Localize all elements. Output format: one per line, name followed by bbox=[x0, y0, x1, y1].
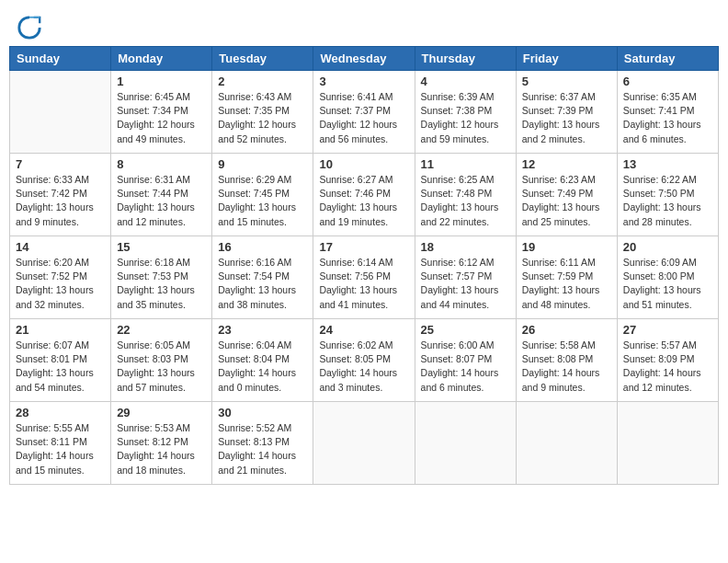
day-number: 29 bbox=[117, 406, 206, 419]
calendar-cell: 23Sunrise: 6:04 AMSunset: 8:04 PMDayligh… bbox=[212, 319, 313, 402]
calendar-cell: 20Sunrise: 6:09 AMSunset: 8:00 PMDayligh… bbox=[617, 236, 718, 319]
calendar-cell: 26Sunrise: 5:58 AMSunset: 8:08 PMDayligh… bbox=[516, 319, 617, 402]
calendar-cell: 1Sunrise: 6:45 AMSunset: 7:34 PMDaylight… bbox=[111, 71, 212, 154]
day-info: Sunrise: 5:53 AMSunset: 8:12 PMDaylight:… bbox=[117, 421, 206, 477]
day-number: 7 bbox=[16, 157, 105, 171]
calendar-cell: 27Sunrise: 5:57 AMSunset: 8:09 PMDayligh… bbox=[617, 319, 718, 402]
logo bbox=[17, 15, 46, 40]
day-number: 5 bbox=[522, 75, 611, 88]
calendar-cell bbox=[313, 402, 415, 485]
day-number: 23 bbox=[218, 323, 307, 337]
day-number: 1 bbox=[117, 75, 206, 88]
day-info: Sunrise: 6:37 AMSunset: 7:39 PMDaylight:… bbox=[522, 90, 611, 146]
calendar-cell: 24Sunrise: 6:02 AMSunset: 8:05 PMDayligh… bbox=[313, 319, 415, 402]
day-info: Sunrise: 5:57 AMSunset: 8:09 PMDaylight:… bbox=[623, 339, 712, 395]
calendar-cell: 18Sunrise: 6:12 AMSunset: 7:57 PMDayligh… bbox=[415, 236, 516, 319]
day-info: Sunrise: 6:12 AMSunset: 7:57 PMDaylight:… bbox=[421, 256, 510, 312]
week-row-2: 7Sunrise: 6:33 AMSunset: 7:42 PMDaylight… bbox=[10, 154, 719, 236]
day-info: Sunrise: 6:45 AMSunset: 7:34 PMDaylight:… bbox=[117, 90, 206, 146]
day-number: 13 bbox=[623, 157, 712, 171]
calendar-cell: 4Sunrise: 6:39 AMSunset: 7:38 PMDaylight… bbox=[415, 71, 516, 154]
day-number: 25 bbox=[421, 323, 510, 337]
day-info: Sunrise: 5:58 AMSunset: 8:08 PMDaylight:… bbox=[522, 339, 611, 395]
calendar-cell: 13Sunrise: 6:22 AMSunset: 7:50 PMDayligh… bbox=[617, 154, 718, 236]
day-info: Sunrise: 6:31 AMSunset: 7:44 PMDaylight:… bbox=[117, 173, 206, 229]
logo-icon bbox=[17, 15, 42, 40]
day-info: Sunrise: 5:55 AMSunset: 8:11 PMDaylight:… bbox=[16, 421, 105, 477]
calendar-cell: 25Sunrise: 6:00 AMSunset: 8:07 PMDayligh… bbox=[415, 319, 516, 402]
weekday-header-tuesday: Tuesday bbox=[212, 47, 313, 71]
weekday-header-saturday: Saturday bbox=[617, 47, 718, 71]
calendar-cell: 9Sunrise: 6:29 AMSunset: 7:45 PMDaylight… bbox=[212, 154, 313, 236]
day-info: Sunrise: 6:05 AMSunset: 8:03 PMDaylight:… bbox=[117, 339, 206, 395]
day-number: 12 bbox=[522, 157, 611, 171]
calendar-cell: 10Sunrise: 6:27 AMSunset: 7:46 PMDayligh… bbox=[313, 154, 415, 236]
calendar-cell: 28Sunrise: 5:55 AMSunset: 8:11 PMDayligh… bbox=[10, 402, 111, 485]
week-row-1: 1Sunrise: 6:45 AMSunset: 7:34 PMDaylight… bbox=[10, 71, 719, 154]
day-info: Sunrise: 6:33 AMSunset: 7:42 PMDaylight:… bbox=[16, 173, 105, 229]
day-number: 20 bbox=[623, 240, 712, 254]
day-number: 4 bbox=[421, 75, 510, 88]
week-row-4: 21Sunrise: 6:07 AMSunset: 8:01 PMDayligh… bbox=[10, 319, 719, 402]
day-info: Sunrise: 6:22 AMSunset: 7:50 PMDaylight:… bbox=[623, 173, 712, 229]
weekday-header-sunday: Sunday bbox=[10, 47, 111, 71]
day-number: 19 bbox=[522, 240, 611, 254]
day-number: 27 bbox=[623, 323, 712, 337]
day-number: 28 bbox=[16, 406, 105, 419]
week-row-5: 28Sunrise: 5:55 AMSunset: 8:11 PMDayligh… bbox=[10, 402, 719, 485]
calendar-cell: 15Sunrise: 6:18 AMSunset: 7:53 PMDayligh… bbox=[111, 236, 212, 319]
calendar-cell: 29Sunrise: 5:53 AMSunset: 8:12 PMDayligh… bbox=[111, 402, 212, 485]
calendar-cell: 3Sunrise: 6:41 AMSunset: 7:37 PMDaylight… bbox=[313, 71, 415, 154]
day-info: Sunrise: 6:11 AMSunset: 7:59 PMDaylight:… bbox=[522, 256, 611, 312]
calendar-cell: 17Sunrise: 6:14 AMSunset: 7:56 PMDayligh… bbox=[313, 236, 415, 319]
calendar: SundayMondayTuesdayWednesdayThursdayFrid… bbox=[9, 46, 719, 485]
calendar-cell: 30Sunrise: 5:52 AMSunset: 8:13 PMDayligh… bbox=[212, 402, 313, 485]
day-number: 16 bbox=[218, 240, 307, 254]
day-number: 30 bbox=[218, 406, 307, 419]
day-info: Sunrise: 6:20 AMSunset: 7:52 PMDaylight:… bbox=[16, 256, 105, 312]
calendar-cell: 8Sunrise: 6:31 AMSunset: 7:44 PMDaylight… bbox=[111, 154, 212, 236]
day-info: Sunrise: 6:23 AMSunset: 7:49 PMDaylight:… bbox=[522, 173, 611, 229]
calendar-cell: 14Sunrise: 6:20 AMSunset: 7:52 PMDayligh… bbox=[10, 236, 111, 319]
day-number: 15 bbox=[117, 240, 206, 254]
day-info: Sunrise: 6:39 AMSunset: 7:38 PMDaylight:… bbox=[421, 90, 510, 146]
day-info: Sunrise: 6:02 AMSunset: 8:05 PMDaylight:… bbox=[319, 339, 408, 395]
day-info: Sunrise: 5:52 AMSunset: 8:13 PMDaylight:… bbox=[218, 421, 307, 477]
day-info: Sunrise: 6:25 AMSunset: 7:48 PMDaylight:… bbox=[421, 173, 510, 229]
weekday-header-wednesday: Wednesday bbox=[313, 47, 415, 71]
day-info: Sunrise: 6:41 AMSunset: 7:37 PMDaylight:… bbox=[319, 90, 408, 146]
calendar-cell: 11Sunrise: 6:25 AMSunset: 7:48 PMDayligh… bbox=[415, 154, 516, 236]
weekday-header-thursday: Thursday bbox=[415, 47, 516, 71]
day-number: 6 bbox=[623, 75, 712, 88]
day-number: 22 bbox=[117, 323, 206, 337]
calendar-cell bbox=[617, 402, 718, 485]
day-info: Sunrise: 6:14 AMSunset: 7:56 PMDaylight:… bbox=[319, 256, 408, 312]
day-info: Sunrise: 6:09 AMSunset: 8:00 PMDaylight:… bbox=[623, 256, 712, 312]
day-number: 17 bbox=[319, 240, 408, 254]
calendar-cell bbox=[516, 402, 617, 485]
day-number: 18 bbox=[421, 240, 510, 254]
day-number: 21 bbox=[16, 323, 105, 337]
day-info: Sunrise: 6:16 AMSunset: 7:54 PMDaylight:… bbox=[218, 256, 307, 312]
day-number: 2 bbox=[218, 75, 307, 88]
day-info: Sunrise: 6:29 AMSunset: 7:45 PMDaylight:… bbox=[218, 173, 307, 229]
day-number: 8 bbox=[117, 157, 206, 171]
calendar-cell: 5Sunrise: 6:37 AMSunset: 7:39 PMDaylight… bbox=[516, 71, 617, 154]
day-number: 10 bbox=[319, 157, 408, 171]
day-number: 3 bbox=[319, 75, 408, 88]
weekday-header-friday: Friday bbox=[516, 47, 617, 71]
weekday-header-monday: Monday bbox=[111, 47, 212, 71]
calendar-cell: 2Sunrise: 6:43 AMSunset: 7:35 PMDaylight… bbox=[212, 71, 313, 154]
day-info: Sunrise: 6:04 AMSunset: 8:04 PMDaylight:… bbox=[218, 339, 307, 395]
day-info: Sunrise: 6:35 AMSunset: 7:41 PMDaylight:… bbox=[623, 90, 712, 146]
calendar-cell bbox=[10, 71, 111, 154]
day-info: Sunrise: 6:07 AMSunset: 8:01 PMDaylight:… bbox=[16, 339, 105, 395]
day-info: Sunrise: 6:00 AMSunset: 8:07 PMDaylight:… bbox=[421, 339, 510, 395]
calendar-cell: 21Sunrise: 6:07 AMSunset: 8:01 PMDayligh… bbox=[10, 319, 111, 402]
calendar-cell: 19Sunrise: 6:11 AMSunset: 7:59 PMDayligh… bbox=[516, 236, 617, 319]
calendar-cell: 7Sunrise: 6:33 AMSunset: 7:42 PMDaylight… bbox=[10, 154, 111, 236]
day-info: Sunrise: 6:27 AMSunset: 7:46 PMDaylight:… bbox=[319, 173, 408, 229]
calendar-cell: 12Sunrise: 6:23 AMSunset: 7:49 PMDayligh… bbox=[516, 154, 617, 236]
day-number: 11 bbox=[421, 157, 510, 171]
day-number: 14 bbox=[16, 240, 105, 254]
